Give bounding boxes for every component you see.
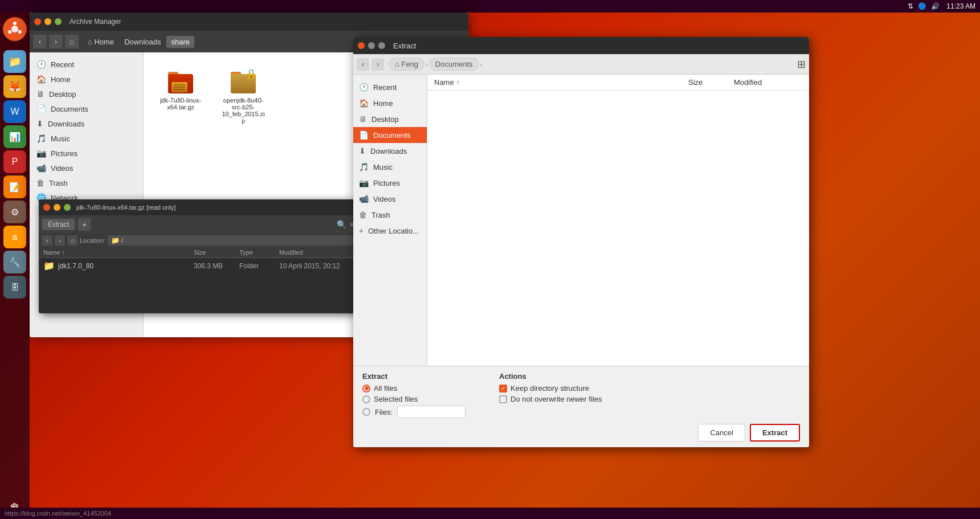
dock-firefox[interactable]: 🦊 [3,75,26,98]
files-label: Files: [375,408,393,416]
table-row[interactable]: 📁 jdk1.7.0_80 306.3 MB Folder 10 April 2… [39,258,358,273]
ext-sidebar-desktop[interactable]: 🖥 Desktop [353,111,427,127]
breadcrumb-downloads[interactable]: Downloads [120,36,165,48]
bc-documents[interactable]: Documents [429,58,479,71]
new-folder-button[interactable]: ⊞ [797,58,806,71]
openjdk-zip-icon: 🔒 [230,67,257,95]
ext-sidebar-pictures[interactable]: 📷 Pictures [353,175,427,191]
sidebar-label-pictures: Pictures [51,149,77,158]
volume-icon: 🔊 [931,2,940,10]
recent-icon: 🕐 [36,60,46,69]
breadcrumb-share[interactable]: share [166,36,194,48]
extract-minimize-button[interactable] [368,42,375,49]
ext-sidebar-videos[interactable]: 📹 Videos [353,191,427,207]
dock-files[interactable]: 📁 [3,50,26,73]
extract-option-selectedfiles[interactable]: Selected files [362,395,476,403]
allfiles-label: All files [374,384,397,393]
sidebar-item-trash[interactable]: 🗑 Trash [30,175,143,190]
sidebar-item-music[interactable]: 🎵 Music [30,131,143,146]
ext-col-size: Size [688,78,734,87]
ext-music-icon: 🎵 [359,162,369,171]
ext-sidebar-other[interactable]: + Other Locatio... [353,223,427,239]
cancel-button[interactable]: Cancel [698,424,745,442]
checkbox-keepdir[interactable]: ✓ [499,385,507,393]
sidebar-label-home: Home [51,75,71,84]
ext-sidebar-trash[interactable]: 🗑 Trash [353,207,427,223]
dock-settings[interactable]: ⚙ [3,201,26,223]
extract-buttons-row: Cancel Extract [362,424,800,442]
inner-extract-button[interactable]: Extract [42,219,75,230]
col-header-type: Type [239,249,279,256]
extract-section: Extract All files Selected files Files: [362,372,476,418]
dock-calc[interactable]: 📊 [3,125,26,148]
bc-feng[interactable]: ⌂ Feng [389,58,424,71]
sidebar-item-downloads[interactable]: ⬇ Downloads [30,116,143,131]
keepdir-label: Keep directory structure [511,384,589,393]
close-button[interactable] [34,18,41,25]
sidebar-item-documents[interactable]: 📄 Documents [30,101,143,116]
dock-writer[interactable]: W [3,100,26,123]
sidebar-label-downloads: Downloads [48,120,84,128]
dock-tools[interactable]: 🔧 [3,251,26,273]
files-input[interactable] [397,406,466,418]
dock-text[interactable]: 📝 [3,175,26,198]
ext-sidebar-downloads[interactable]: ⬇ Downloads [353,143,427,159]
sidebar-item-desktop[interactable]: 🖥 Desktop [30,87,143,101]
sidebar-item-videos[interactable]: 📹 Videos [30,161,143,175]
forward-button[interactable]: › [49,35,63,48]
ext-sidebar-music[interactable]: 🎵 Music [353,159,427,175]
breadcrumb-home[interactable]: ⌂ Home [83,36,119,48]
sidebar-item-home[interactable]: 🏠 Home [30,72,143,87]
sidebar-item-pictures[interactable]: 📷 Pictures [30,146,143,161]
dock-impress[interactable]: P [3,150,26,173]
inner-back-button[interactable]: ‹ [42,235,52,246]
sidebar-label-desktop: Desktop [49,90,76,99]
radio-selectedfiles[interactable] [362,395,370,403]
ext-sidebar-label-documents: Documents [373,131,411,140]
inner-forward-button[interactable]: › [55,235,65,246]
extract-close-button[interactable] [358,42,365,49]
sidebar-label-recent: Recent [51,60,74,69]
music-icon: 🎵 [36,134,46,143]
radio-files[interactable] [362,408,370,416]
action-option-nooverwrite[interactable]: Do not overwrite newer files [499,395,602,403]
home-button[interactable]: ⌂ [65,35,79,48]
inner-add-button[interactable]: + [78,218,91,231]
inner-maximize-button[interactable] [64,204,71,211]
inner-home-button[interactable]: ⌂ [67,235,77,246]
col-header-size: Size [194,249,239,256]
file-item-jdk-tar[interactable]: jdk-7u80-linux-x64.tar.gz [155,64,206,128]
ext-sidebar-recent[interactable]: 🕐 Recent [353,79,427,95]
trash-icon: 🗑 [36,178,44,187]
extract-maximize-button[interactable] [378,42,385,49]
sidebar-label-trash: Trash [49,179,68,187]
inner-minimize-button[interactable] [54,204,60,211]
ubuntu-logo[interactable] [3,17,27,41]
checkbox-nooverwrite[interactable] [499,395,507,403]
inner-close-button[interactable] [43,204,50,211]
ext-sidebar-label-music: Music [373,163,393,171]
extract-forward-button[interactable]: › [371,58,384,71]
file-item-openjdk-zip[interactable]: 🔒 openjdk-8u40-src-b25-10_feb_2015.zip [218,64,269,128]
extract-back-button[interactable]: ‹ [357,58,369,71]
sidebar-item-recent[interactable]: 🕐 Recent [30,57,143,72]
radio-allfiles[interactable] [362,385,370,393]
ext-sidebar-documents[interactable]: 📄 Documents [353,127,427,143]
maximize-button[interactable] [55,18,62,25]
back-button[interactable]: ‹ [33,35,47,48]
status-text: https://blog.csdn.net/weixin_41452004 [5,510,111,517]
inner-toolbar: Extract + 🔍 ≡ [39,215,358,234]
bc-arrow: › [426,61,428,68]
action-option-keepdir[interactable]: ✓ Keep directory structure [499,384,602,393]
dock-amazon[interactable]: a [3,226,26,248]
clock: 11:23 AM [946,2,975,10]
dock-archive[interactable]: 🗄 [3,276,26,299]
ext-sidebar-home[interactable]: 🏠 Home [353,95,427,111]
extract-option-allfiles[interactable]: All files [362,384,476,393]
file-name: jdk1.7.0_80 [58,262,93,270]
minimize-button[interactable] [44,18,51,25]
ext-desktop-icon: 🖥 [359,115,367,124]
extract-button[interactable]: Extract [750,424,800,442]
inner-search-button[interactable]: 🔍 [337,220,346,229]
ext-sidebar-label-videos: Videos [373,195,396,203]
